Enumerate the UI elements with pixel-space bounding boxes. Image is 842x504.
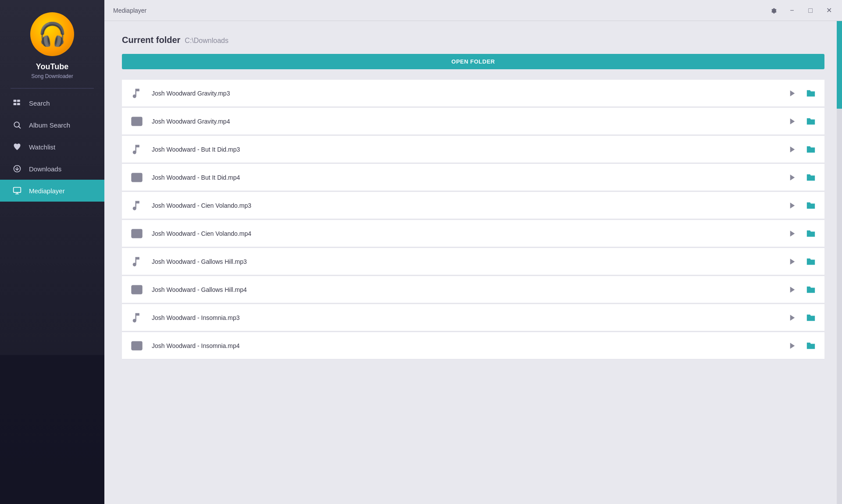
file-play-button[interactable] xyxy=(786,227,799,240)
audio-icon xyxy=(129,142,145,157)
file-play-button[interactable] xyxy=(786,171,799,184)
file-play-button[interactable] xyxy=(786,199,799,212)
scrollbar-thumb[interactable] xyxy=(837,21,842,109)
file-play-button[interactable] xyxy=(786,87,799,100)
file-folder-button[interactable] xyxy=(804,171,817,184)
file-name: Josh Woodward - Insomnia.mp4 xyxy=(152,342,786,349)
file-item[interactable]: Josh Woodward Gravity.mp4 xyxy=(122,108,824,135)
video-icon xyxy=(129,170,145,185)
file-item[interactable]: Josh Woodward - Cien Volando.mp4 xyxy=(122,220,824,247)
svg-marker-38 xyxy=(790,287,795,293)
current-folder-label: Current folder xyxy=(122,35,180,45)
svg-marker-39 xyxy=(790,315,795,321)
file-folder-button[interactable] xyxy=(804,115,817,128)
file-item[interactable]: Josh Woodward - Gallows Hill.mp3 xyxy=(122,248,824,275)
titlebar: Mediaplayer − □ ✕ xyxy=(104,0,842,21)
file-list: Josh Woodward Gravity.mp3 Josh Woodward … xyxy=(122,80,824,495)
file-item[interactable]: Josh Woodward - Gallows Hill.mp4 xyxy=(122,276,824,303)
video-icon xyxy=(129,226,145,241)
file-folder-button[interactable] xyxy=(804,339,817,352)
close-button[interactable]: ✕ xyxy=(823,4,835,17)
open-folder-button[interactable]: OPEN FOLDER xyxy=(122,54,824,69)
file-name: Josh Woodward - Cien Volando.mp3 xyxy=(152,202,786,209)
scrollbar-track[interactable] xyxy=(837,21,842,504)
file-play-button[interactable] xyxy=(786,283,799,296)
svg-rect-8 xyxy=(14,188,21,193)
sidebar-item-album-search-label: Album Search xyxy=(29,121,70,129)
main-area: Mediaplayer − □ ✕ Current folder C:\Down… xyxy=(104,0,842,504)
file-name: Josh Woodward - Cien Volando.mp4 xyxy=(152,230,786,237)
file-actions xyxy=(786,227,817,240)
file-folder-button[interactable] xyxy=(804,87,817,100)
svg-marker-24 xyxy=(790,174,795,181)
file-name: Josh Woodward - Gallows Hill.mp4 xyxy=(152,286,786,293)
audio-icon xyxy=(129,310,145,326)
maximize-button[interactable]: □ xyxy=(804,4,817,17)
titlebar-controls: − □ ✕ xyxy=(767,4,835,17)
svg-line-5 xyxy=(19,127,21,128)
file-item[interactable]: Josh Woodward - But It Did.mp3 xyxy=(122,136,824,163)
file-play-button[interactable] xyxy=(786,339,799,352)
heart-icon xyxy=(12,142,22,152)
file-play-button[interactable] xyxy=(786,143,799,156)
audio-icon xyxy=(129,254,145,270)
sidebar-divider xyxy=(11,88,94,89)
window-title: Mediaplayer xyxy=(113,7,146,14)
file-folder-button[interactable] xyxy=(804,143,817,156)
content-area: Current folder C:\Downloads OPEN FOLDER … xyxy=(104,21,842,504)
sidebar-item-album-search[interactable]: Album Search xyxy=(0,114,104,136)
file-item[interactable]: Josh Woodward - Insomnia.mp4 xyxy=(122,332,824,359)
avatar-emoji: 🎧 xyxy=(38,23,67,46)
sidebar-item-downloads-label: Downloads xyxy=(29,165,61,173)
search-icon xyxy=(12,98,22,108)
file-actions xyxy=(786,171,817,184)
file-name: Josh Woodward Gravity.mp4 xyxy=(152,118,786,125)
file-name: Josh Woodward - But It Did.mp3 xyxy=(152,146,786,153)
file-folder-button[interactable] xyxy=(804,255,817,268)
svg-rect-2 xyxy=(14,103,17,105)
sidebar-item-search[interactable]: Search xyxy=(0,92,104,114)
minimize-button[interactable]: − xyxy=(786,4,798,17)
svg-marker-18 xyxy=(790,146,795,153)
sidebar-item-watchlist[interactable]: Watchlist xyxy=(0,136,104,158)
file-folder-button[interactable] xyxy=(804,199,817,212)
download-icon xyxy=(12,164,22,174)
video-icon xyxy=(129,282,145,298)
svg-rect-33 xyxy=(132,285,142,294)
audio-icon xyxy=(129,198,145,213)
sidebar-item-mediaplayer[interactable]: Mediaplayer xyxy=(0,180,104,202)
file-actions xyxy=(786,115,817,128)
svg-rect-40 xyxy=(132,341,142,350)
svg-rect-3 xyxy=(17,103,20,105)
svg-rect-19 xyxy=(132,173,142,181)
current-folder-path: C:\Downloads xyxy=(185,37,228,45)
file-play-button[interactable] xyxy=(786,311,799,324)
file-actions xyxy=(786,143,817,156)
sidebar: 🎧 YouTube Song Downloader Search Album S… xyxy=(0,0,104,504)
file-play-button[interactable] xyxy=(786,255,799,268)
svg-marker-17 xyxy=(790,118,795,124)
file-item[interactable]: Josh Woodward - But It Did.mp4 xyxy=(122,164,824,191)
media-icon xyxy=(12,186,22,195)
file-name: Josh Woodward Gravity.mp3 xyxy=(152,90,786,97)
album-search-icon xyxy=(12,120,22,130)
file-item[interactable]: Josh Woodward Gravity.mp3 xyxy=(122,80,824,107)
svg-marker-25 xyxy=(790,202,795,209)
file-actions xyxy=(786,255,817,268)
file-folder-button[interactable] xyxy=(804,311,817,324)
sidebar-item-mediaplayer-label: Mediaplayer xyxy=(29,187,65,195)
file-folder-button[interactable] xyxy=(804,283,817,296)
file-folder-button[interactable] xyxy=(804,227,817,240)
video-icon xyxy=(129,114,145,129)
sidebar-item-downloads[interactable]: Downloads xyxy=(0,158,104,180)
file-name: Josh Woodward - But It Did.mp4 xyxy=(152,174,786,181)
video-icon xyxy=(129,338,145,354)
settings-button[interactable] xyxy=(767,4,780,17)
file-play-button[interactable] xyxy=(786,115,799,128)
file-item[interactable]: Josh Woodward - Cien Volando.mp3 xyxy=(122,192,824,219)
file-item[interactable]: Josh Woodward - Insomnia.mp3 xyxy=(122,304,824,331)
svg-rect-12 xyxy=(132,117,142,125)
svg-rect-26 xyxy=(132,229,142,238)
file-name: Josh Woodward - Insomnia.mp3 xyxy=(152,314,786,321)
svg-marker-31 xyxy=(790,231,795,237)
